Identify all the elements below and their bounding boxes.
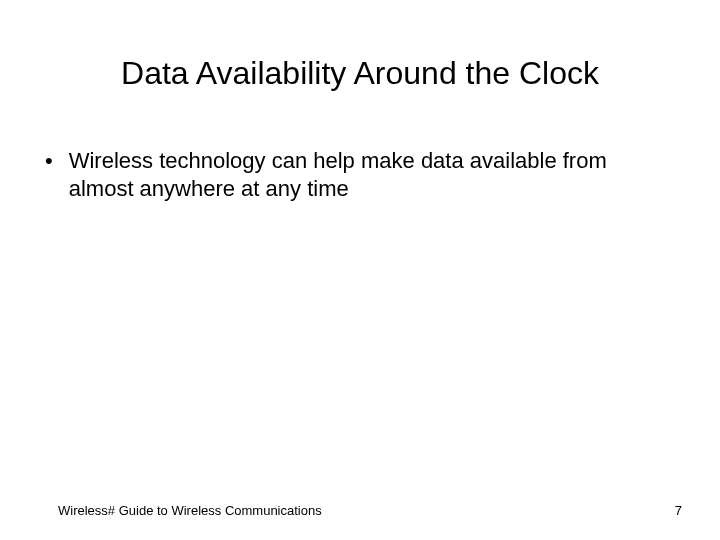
footer-source: Wireless# Guide to Wireless Communicatio…	[58, 503, 322, 518]
slide-body: • Wireless technology can help make data…	[0, 92, 720, 202]
bullet-item: • Wireless technology can help make data…	[45, 147, 660, 202]
slide-title: Data Availability Around the Clock	[0, 0, 720, 92]
page-number: 7	[675, 503, 682, 518]
bullet-marker: •	[45, 147, 53, 175]
slide-footer: Wireless# Guide to Wireless Communicatio…	[0, 503, 720, 518]
slide: Data Availability Around the Clock • Wir…	[0, 0, 720, 540]
bullet-text: Wireless technology can help make data a…	[69, 147, 660, 202]
